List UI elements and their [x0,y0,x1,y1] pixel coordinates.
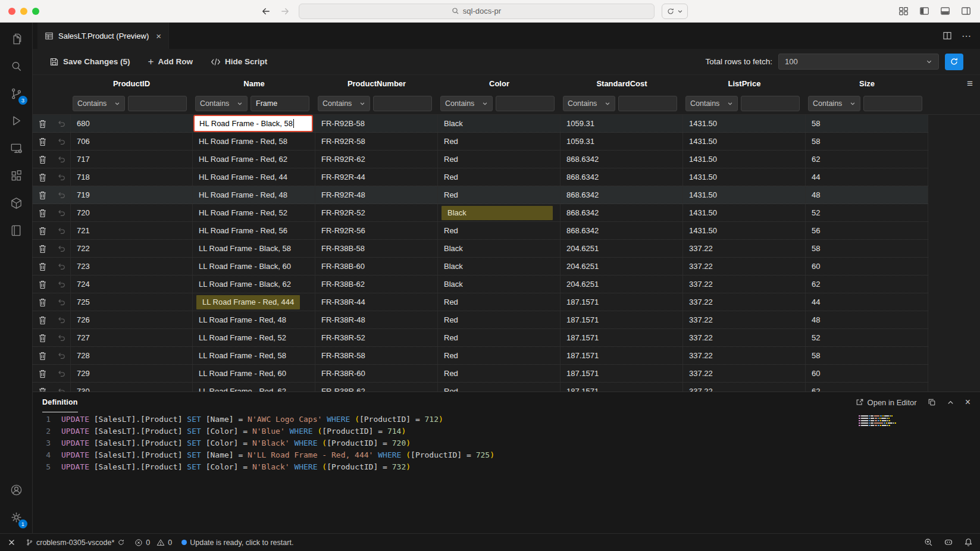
back-icon[interactable] [261,6,271,17]
cell-productnumber[interactable]: FR-R38R-48 [315,311,438,328]
sidebar-item-search[interactable] [2,52,30,80]
sidebar-item-source-control[interactable]: 3 [2,80,30,107]
delete-row-button[interactable] [33,151,52,168]
cell-productnumber[interactable]: FR-R92R-44 [315,168,438,186]
cell-productid[interactable]: 680 [70,115,193,132]
cell-name[interactable]: LL Road Frame - Black, 60 [193,258,315,275]
cell-productid[interactable]: 730 [70,383,193,392]
cell-size[interactable]: 52 [806,329,928,346]
cell-standardcost[interactable]: 868.6342 [561,168,683,186]
cell-productid[interactable]: 721 [70,222,193,239]
cell-listprice[interactable]: 1431.50 [683,115,806,132]
cell-standardcost[interactable]: 187.1571 [561,347,683,364]
cell-name[interactable]: LL Road Frame - Red, 52 [193,329,315,346]
toggle-primary-sidebar-icon[interactable] [919,5,930,17]
cell-editor[interactable]: HL Road Frame - Black, 58 [193,115,313,132]
cell-name[interactable]: LL Road Frame - Red, 58 [193,347,315,364]
cell-size[interactable]: 58 [806,115,928,132]
cell-standardcost[interactable]: 868.6342 [561,222,683,239]
sql-line[interactable]: 5UPDATE [SalesLT].[Product] SET [Color] … [33,461,980,473]
cell-listprice[interactable]: 337.22 [683,240,806,257]
tab-definition[interactable]: Definition [42,392,78,412]
cell-productnumber[interactable]: FR-R38R-44 [315,293,438,311]
cell-productnumber[interactable]: FR-R92R-48 [315,186,438,204]
delete-row-button[interactable] [33,115,52,132]
cell-name[interactable]: LL Road Frame - Red, 62 [193,383,315,392]
cell-productnumber[interactable]: FR-R92B-58 [315,115,438,132]
command-center-search[interactable]: sql-docs-pr [299,4,655,19]
cell-size[interactable]: 58 [806,347,928,364]
delete-row-button[interactable] [33,222,52,239]
cell-size[interactable]: 56 [806,222,928,239]
cell-productnumber[interactable]: FR-R38B-60 [315,258,438,275]
filter-input-color[interactable] [496,96,555,111]
filter-operator-listprice[interactable]: Contains [685,96,738,111]
cell-size[interactable]: 62 [806,151,928,168]
cell-name[interactable]: LL Road Frame - Black, 58 [193,240,315,257]
cell-standardcost[interactable]: 204.6251 [561,240,683,257]
undo-row-icon[interactable] [52,133,70,150]
hide-script-button[interactable]: Hide Script [211,57,267,66]
customize-layout-icon[interactable] [898,5,909,17]
delete-row-button[interactable] [33,383,52,392]
column-header-productid[interactable]: ProductID [70,79,193,88]
open-in-editor-button[interactable]: Open in Editor [856,398,917,407]
filter-input-productid[interactable] [128,96,187,111]
column-header-listprice[interactable]: ListPrice [683,79,806,88]
cell-listprice[interactable]: 337.22 [683,311,806,328]
cell-listprice[interactable]: 337.22 [683,293,806,311]
cell-listprice[interactable]: 337.22 [683,365,806,382]
sidebar-item-remote-explorer[interactable] [2,134,30,162]
minimap[interactable] [859,415,910,427]
delete-row-button[interactable] [33,329,52,346]
undo-row-icon[interactable] [52,276,70,293]
cell-name[interactable]: HL Road Frame - Red, 48 [193,186,315,204]
cell-productid[interactable]: 717 [70,151,193,168]
cell-size[interactable]: 48 [806,311,928,328]
cell-size[interactable]: 58 [806,240,928,257]
cell-color[interactable]: Red [438,133,561,150]
cell-standardcost[interactable]: 868.6342 [561,186,683,204]
cell-size[interactable]: 60 [806,258,928,275]
sidebar-item-explorer[interactable] [2,25,30,52]
zoom-icon[interactable] [924,538,933,547]
cell-productid[interactable]: 719 [70,186,193,204]
cell-color[interactable]: Red [438,347,561,364]
cell-standardcost[interactable]: 187.1571 [561,311,683,328]
cell-size[interactable]: 52 [806,204,928,221]
close-panel-icon[interactable]: × [965,397,970,408]
cell-productnumber[interactable]: FR-R38R-60 [315,365,438,382]
delete-row-button[interactable] [33,186,52,204]
cell-listprice[interactable]: 337.22 [683,276,806,293]
cell-name[interactable]: LL Road Frame - Red, 444 [193,293,315,311]
column-header-size[interactable]: Size [806,79,928,88]
zoom-window-button[interactable] [32,8,39,15]
cell-productnumber[interactable]: FR-R92R-62 [315,151,438,168]
cell-productid[interactable]: 720 [70,204,193,221]
grid-menu-icon[interactable]: ≡ [967,78,980,90]
cell-color[interactable]: Red [438,168,561,186]
cell-name[interactable]: HL Road Frame - Red, 62 [193,151,315,168]
delete-row-button[interactable] [33,347,52,364]
column-header-productnumber[interactable]: ProductNumber [315,79,438,88]
cell-name[interactable]: HL Road Frame - Red, 52 [193,204,315,221]
delete-row-button[interactable] [33,293,52,311]
remote-indicator[interactable] [7,538,16,547]
cell-productid[interactable]: 726 [70,311,193,328]
copilot-icon[interactable] [944,538,953,547]
filter-input-size[interactable] [863,96,922,111]
cell-color[interactable]: Red [438,383,561,392]
cell-productnumber[interactable]: FR-R38R-62 [315,383,438,392]
undo-row-icon[interactable] [52,115,70,132]
filter-input-name[interactable]: Frame [251,96,309,111]
filter-operator-standardcost[interactable]: Contains [563,96,615,111]
cell-productid[interactable]: 724 [70,276,193,293]
filter-operator-size[interactable]: Contains [808,96,860,111]
cell-size[interactable]: 48 [806,186,928,204]
cell-productnumber[interactable]: FR-R38R-58 [315,347,438,364]
cell-listprice[interactable]: 337.22 [683,383,806,392]
tab-saleslt-product[interactable]: SalesLT.Product (Preview) × [37,23,169,49]
cell-productid[interactable]: 706 [70,133,193,150]
filter-operator-color[interactable]: Contains [440,96,493,111]
column-header-color[interactable]: Color [438,79,561,88]
